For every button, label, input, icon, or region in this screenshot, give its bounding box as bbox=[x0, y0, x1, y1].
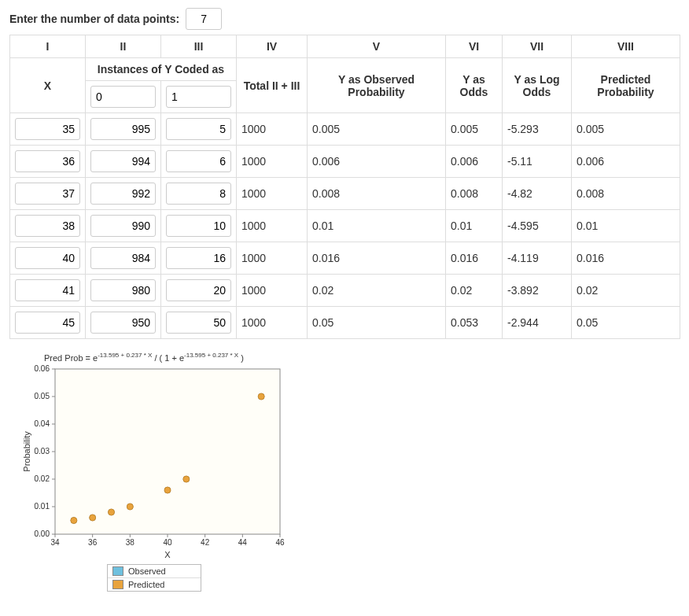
table-row: 10000.020.02-3.8920.02 bbox=[10, 275, 680, 307]
x-input[interactable] bbox=[15, 312, 80, 334]
col-I: I bbox=[10, 35, 86, 58]
odds-cell: 0.053 bbox=[446, 307, 503, 339]
data-points-input[interactable] bbox=[186, 8, 222, 30]
c0-input[interactable] bbox=[90, 215, 156, 237]
pred-cell: 0.008 bbox=[572, 178, 680, 210]
c1-input[interactable] bbox=[166, 247, 231, 269]
svg-text:42: 42 bbox=[201, 538, 210, 547]
odds-cell: 0.005 bbox=[446, 113, 503, 146]
legend-observed: Observed bbox=[108, 565, 201, 577]
svg-point-42 bbox=[164, 487, 171, 493]
log-cell: -4.119 bbox=[503, 242, 572, 275]
col-obsprob: Y as Observed Probability bbox=[308, 58, 446, 113]
log-cell: -4.595 bbox=[503, 210, 572, 242]
log-cell: -4.82 bbox=[503, 178, 572, 210]
log-cell: -5.293 bbox=[503, 113, 572, 146]
svg-text:34: 34 bbox=[50, 538, 60, 547]
chart-title: Pred Prob = e-13.595 + 0.237 * X / ( 1 +… bbox=[44, 352, 288, 363]
col-VIII: VIII bbox=[572, 35, 680, 58]
c0-input[interactable] bbox=[90, 279, 156, 301]
col-odds: Y as Odds bbox=[446, 58, 503, 113]
data-points-prompt: Enter the number of data points: bbox=[9, 8, 680, 30]
svg-text:0.03: 0.03 bbox=[35, 447, 50, 456]
x-input[interactable] bbox=[15, 279, 80, 301]
total-cell: 1000 bbox=[237, 113, 308, 146]
odds-cell: 0.008 bbox=[446, 178, 503, 210]
svg-text:0.02: 0.02 bbox=[35, 474, 50, 483]
legend-swatch-observed bbox=[112, 566, 123, 576]
svg-text:36: 36 bbox=[88, 538, 98, 547]
probability-scatter-plot: 0.000.010.020.030.040.050.06343638404244… bbox=[20, 364, 288, 561]
c0-input[interactable] bbox=[90, 118, 156, 140]
col-II: II bbox=[86, 35, 161, 58]
x-input[interactable] bbox=[15, 183, 80, 205]
obs-cell: 0.02 bbox=[308, 275, 446, 307]
x-input[interactable] bbox=[15, 150, 80, 172]
svg-point-43 bbox=[183, 476, 190, 482]
svg-text:38: 38 bbox=[126, 538, 135, 547]
c0-input[interactable] bbox=[90, 312, 156, 334]
total-cell: 1000 bbox=[237, 178, 308, 210]
table-row: 10000.050.053-2.9440.05 bbox=[10, 307, 680, 339]
legend-label-observed: Observed bbox=[128, 566, 166, 576]
col-V: V bbox=[308, 35, 446, 58]
total-cell: 1000 bbox=[237, 275, 308, 307]
svg-point-39 bbox=[90, 515, 96, 521]
legend-label-predicted: Predicted bbox=[128, 580, 164, 589]
c1-input[interactable] bbox=[166, 150, 231, 172]
svg-point-41 bbox=[127, 503, 133, 510]
total-cell: 1000 bbox=[237, 242, 308, 275]
c1-input[interactable] bbox=[166, 279, 231, 301]
header-row-roman: I II III IV V VI VII VIII bbox=[10, 35, 680, 58]
col-III: III bbox=[161, 35, 237, 58]
table-row: 10000.0050.005-5.2930.005 bbox=[10, 113, 680, 146]
svg-text:0.05: 0.05 bbox=[35, 392, 50, 400]
table-row: 10000.0060.006-5.110.006 bbox=[10, 146, 680, 178]
c1-input[interactable] bbox=[166, 312, 231, 334]
x-input[interactable] bbox=[15, 215, 80, 237]
svg-point-40 bbox=[109, 509, 115, 515]
c1-input[interactable] bbox=[166, 118, 231, 140]
chart-container: Pred Prob = e-13.595 + 0.237 * X / ( 1 +… bbox=[20, 352, 288, 592]
table-row: 10000.0160.016-4.1190.016 bbox=[10, 242, 680, 275]
c1-input[interactable] bbox=[166, 215, 231, 237]
odds-cell: 0.016 bbox=[446, 242, 503, 275]
code1-input[interactable] bbox=[166, 86, 231, 108]
pred-cell: 0.01 bbox=[572, 210, 680, 242]
chart-legend: Observed Predicted bbox=[107, 564, 201, 592]
code0-input[interactable] bbox=[90, 86, 156, 108]
odds-cell: 0.006 bbox=[446, 146, 503, 178]
svg-point-44 bbox=[258, 393, 264, 400]
obs-cell: 0.05 bbox=[308, 307, 446, 339]
svg-text:0.01: 0.01 bbox=[35, 502, 50, 511]
x-input[interactable] bbox=[15, 118, 80, 140]
c0-input[interactable] bbox=[90, 150, 156, 172]
svg-point-38 bbox=[71, 517, 77, 523]
pred-cell: 0.05 bbox=[572, 307, 680, 339]
c1-input[interactable] bbox=[166, 183, 231, 205]
total-cell: 1000 bbox=[237, 307, 308, 339]
svg-text:0.06: 0.06 bbox=[35, 364, 50, 373]
col-VI: VI bbox=[446, 35, 503, 58]
svg-text:X: X bbox=[164, 550, 171, 559]
x-input[interactable] bbox=[15, 247, 80, 269]
table-body: 10000.0050.005-5.2930.00510000.0060.006-… bbox=[10, 113, 680, 339]
svg-text:46: 46 bbox=[275, 538, 285, 547]
pred-cell: 0.016 bbox=[572, 242, 680, 275]
col-logodds: Y as Log Odds bbox=[503, 58, 572, 113]
pred-cell: 0.006 bbox=[572, 146, 680, 178]
c0-input[interactable] bbox=[90, 247, 156, 269]
table-row: 10000.0080.008-4.820.008 bbox=[10, 178, 680, 210]
col-x: X bbox=[10, 58, 86, 113]
col-coded-as: Instances of Y Coded as bbox=[86, 58, 237, 81]
svg-text:40: 40 bbox=[163, 538, 172, 547]
c0-input[interactable] bbox=[90, 183, 156, 205]
svg-text:0.04: 0.04 bbox=[35, 419, 50, 428]
svg-text:Probability: Probability bbox=[22, 430, 31, 471]
obs-cell: 0.016 bbox=[308, 242, 446, 275]
col-VII: VII bbox=[503, 35, 572, 58]
legend-predicted: Predicted bbox=[108, 577, 201, 591]
obs-cell: 0.006 bbox=[308, 146, 446, 178]
log-cell: -2.944 bbox=[503, 307, 572, 339]
header-row-sub-upper: X Instances of Y Coded as Total II + III… bbox=[10, 58, 680, 81]
